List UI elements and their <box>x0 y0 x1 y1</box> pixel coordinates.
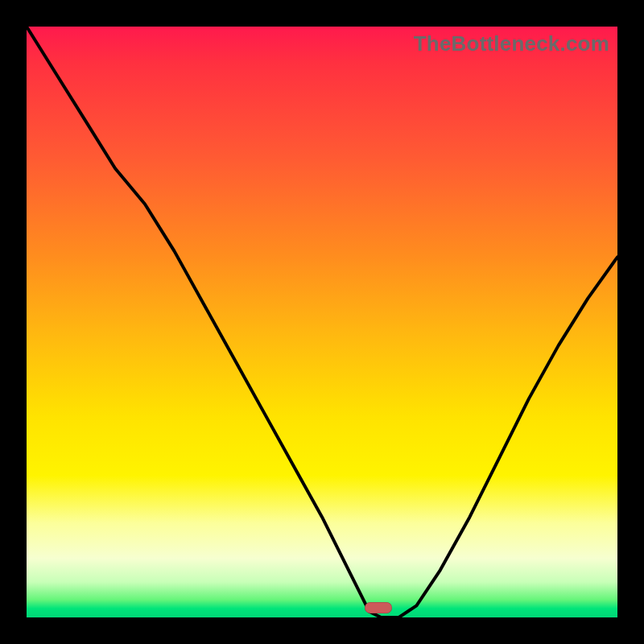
curve-path <box>27 27 617 617</box>
chart-frame: TheBottleneck.com <box>0 0 644 644</box>
plot-area: TheBottleneck.com <box>27 27 617 617</box>
bottleneck-curve <box>27 27 617 617</box>
optimal-marker <box>365 602 392 613</box>
